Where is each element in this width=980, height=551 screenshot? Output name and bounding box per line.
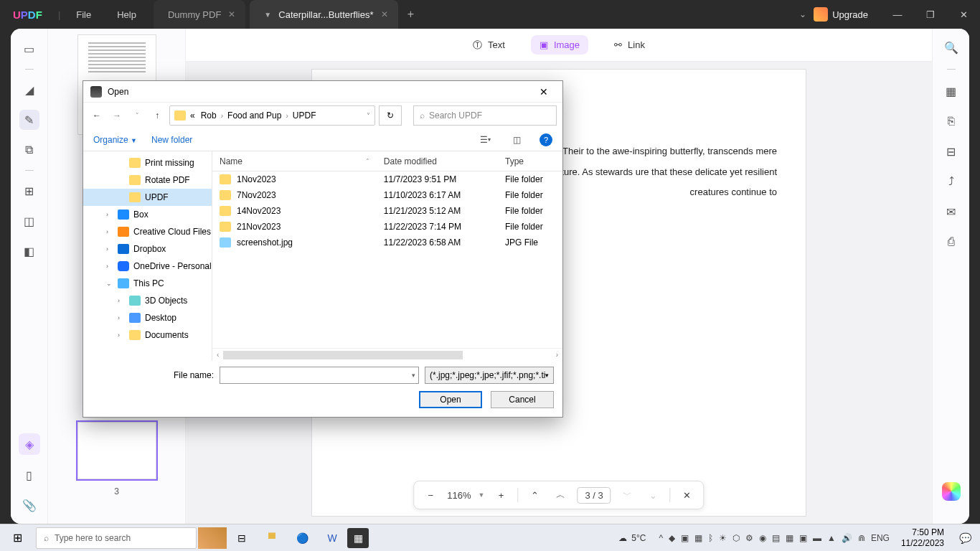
page-thumbnail[interactable]: [77, 422, 156, 479]
preview-pane-icon[interactable]: ◫: [508, 133, 525, 147]
chrome-icon[interactable]: 🔵: [287, 532, 317, 544]
file-row[interactable]: screenshot.jpg11/22/2023 6:58 AMJPG File: [212, 235, 562, 250]
notifications-icon[interactable]: 💬: [950, 532, 980, 544]
tree-node[interactable]: UPDF: [83, 189, 212, 206]
zoom-out-button[interactable]: −: [421, 486, 440, 504]
file-row[interactable]: 14Nov202311/21/2023 5:12 AMFile folder: [212, 203, 562, 219]
tree-node[interactable]: Rotate PDF: [83, 171, 212, 189]
task-view-icon[interactable]: ⊟: [227, 532, 257, 544]
layers-icon[interactable]: ◈: [19, 433, 40, 455]
tree-node[interactable]: ›Box: [83, 206, 212, 223]
tray-icon[interactable]: ^: [659, 533, 663, 543]
column-type[interactable]: Type: [498, 156, 562, 166]
file-explorer-icon[interactable]: ▀: [257, 532, 287, 544]
tray-icon[interactable]: ▬: [813, 533, 821, 543]
tree-node[interactable]: ›Creative Cloud Files: [83, 223, 212, 240]
page-indicator[interactable]: 3 / 3: [577, 487, 611, 504]
organize-menu[interactable]: Organize ▼: [93, 135, 137, 145]
export-icon[interactable]: ⎘: [941, 113, 961, 130]
refresh-button[interactable]: ↻: [379, 105, 402, 126]
breadcrumb[interactable]: Food and Pup: [226, 110, 283, 121]
file-row[interactable]: 7Nov202311/10/2023 6:17 AMFile folder: [212, 187, 562, 203]
search-icon[interactable]: 🔍: [941, 39, 961, 56]
breadcrumb[interactable]: Rob: [199, 110, 218, 121]
tree-node[interactable]: ›3D Objects: [83, 292, 212, 309]
next-page-button[interactable]: ﹀: [618, 486, 637, 504]
language-indicator[interactable]: ENG: [871, 533, 890, 543]
tab-dummy-pdf[interactable]: Dummy PDF ✕: [154, 0, 245, 29]
breadcrumb[interactable]: «: [189, 110, 197, 121]
back-button[interactable]: ←: [89, 108, 105, 123]
zoom-in-button[interactable]: +: [491, 486, 510, 504]
crop-icon[interactable]: ◫: [19, 211, 39, 231]
highlighter-icon[interactable]: ◢: [19, 80, 39, 100]
tray-icon[interactable]: ▲: [827, 533, 836, 543]
close-icon[interactable]: ✕: [381, 9, 388, 19]
volume-icon[interactable]: 🔊: [842, 533, 852, 543]
first-page-button[interactable]: ⌃: [525, 486, 544, 504]
recent-dropdown-icon[interactable]: ˅: [129, 108, 145, 123]
tray-icon[interactable]: ⬡: [732, 533, 740, 543]
file-type-filter[interactable]: (*.jpg;*.jpeg;*.jpe;*.jfif;*.png;*.ti▾: [425, 367, 554, 384]
tree-node[interactable]: ›Dropbox: [83, 240, 212, 258]
ai-icon[interactable]: [942, 482, 961, 501]
attachment-icon[interactable]: 📎: [19, 495, 39, 515]
tray-icon[interactable]: ☀: [719, 533, 727, 543]
wifi-icon[interactable]: ⋒: [858, 533, 865, 543]
chevron-down-icon[interactable]: ▼: [264, 11, 271, 19]
breadcrumb[interactable]: UPDF: [291, 110, 318, 121]
close-button[interactable]: ✕: [947, 9, 980, 20]
email-icon[interactable]: ✉: [941, 203, 961, 220]
prev-page-button[interactable]: ︿: [551, 486, 570, 504]
tree-node[interactable]: ›Desktop: [83, 309, 212, 326]
menu-help[interactable]: Help: [104, 9, 149, 20]
reader-icon[interactable]: ▭: [19, 39, 39, 59]
maximize-button[interactable]: ❐: [914, 9, 947, 20]
tray-icon[interactable]: ▦: [786, 533, 793, 543]
insert-icon[interactable]: ⧉: [19, 140, 39, 160]
address-bar[interactable]: « Rob› Food and Pup› UPDF ˅: [169, 105, 375, 126]
column-name[interactable]: Name˄: [212, 156, 377, 166]
start-button[interactable]: ⊞: [0, 531, 34, 545]
tray-icon[interactable]: ◉: [759, 533, 766, 543]
tray-icon[interactable]: ◆: [669, 533, 675, 543]
file-row[interactable]: 1Nov202311/7/2023 9:51 PMFile folder: [212, 171, 562, 187]
column-date[interactable]: Date modified: [377, 156, 498, 166]
image-tool[interactable]: ▣Image: [531, 35, 588, 55]
share-icon[interactable]: ⤴: [941, 173, 961, 190]
taskbar-search[interactable]: ⌕Type here to search: [36, 527, 197, 549]
updf-taskbar-icon[interactable]: ▦: [347, 528, 369, 548]
new-folder-button[interactable]: New folder: [151, 135, 192, 145]
zoom-dropdown-icon[interactable]: ▼: [479, 491, 485, 499]
close-bar-button[interactable]: ✕: [678, 486, 697, 504]
ocr-icon[interactable]: ▦: [941, 83, 961, 100]
tree-node[interactable]: Print missing: [83, 154, 212, 171]
print-icon[interactable]: ⎙: [941, 233, 961, 250]
bookmark-icon[interactable]: ▯: [19, 465, 39, 485]
minimize-button[interactable]: —: [881, 9, 914, 20]
file-row[interactable]: 21Nov202311/22/2023 7:14 PMFile folder: [212, 219, 562, 235]
new-tab-button[interactable]: +: [398, 8, 424, 21]
tabs-overflow-icon[interactable]: ⌄: [792, 9, 814, 19]
weather-widget[interactable]: ☁5°C: [611, 533, 653, 543]
tray-icon[interactable]: ▣: [681, 533, 689, 543]
tree-node[interactable]: ⌄This PC: [83, 275, 212, 292]
up-button[interactable]: ↑: [149, 108, 165, 123]
upgrade-button[interactable]: Upgrade: [814, 7, 868, 22]
clock[interactable]: 7:50 PM 11/22/2023: [895, 527, 950, 548]
word-icon[interactable]: W: [317, 532, 347, 544]
tray-icon[interactable]: ▣: [799, 533, 807, 543]
taskbar-widget[interactable]: [198, 527, 227, 549]
tools-icon[interactable]: ◧: [19, 241, 39, 261]
dialog-close-button[interactable]: ✕: [532, 86, 555, 98]
tray-icon[interactable]: ▦: [694, 533, 702, 543]
last-page-button[interactable]: ⌄: [644, 486, 663, 504]
tab-caterpillar[interactable]: ▼ Caterpillar...Butterflies* ✕: [250, 0, 397, 29]
horizontal-scrollbar[interactable]: ‹›: [212, 348, 562, 361]
cancel-button[interactable]: Cancel: [491, 391, 554, 408]
open-button[interactable]: Open: [419, 391, 482, 408]
tree-node[interactable]: ›Documents: [83, 326, 212, 344]
close-icon[interactable]: ✕: [228, 9, 235, 19]
text-tool[interactable]: ⓉText: [464, 34, 514, 56]
tray-icon[interactable]: ▤: [772, 533, 780, 543]
